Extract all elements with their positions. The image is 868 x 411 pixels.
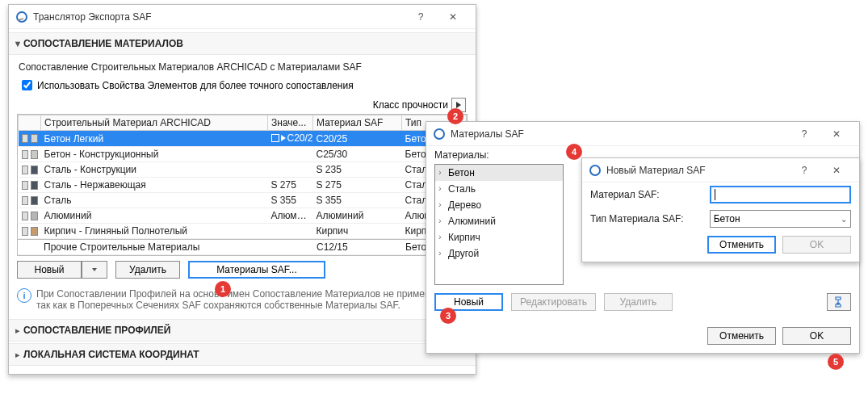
ok-button[interactable]: OK: [782, 327, 851, 345]
list-item[interactable]: ›Кирпич: [435, 229, 563, 245]
app-icon: [15, 10, 28, 23]
saf-material-label: Материал SAF:: [590, 189, 702, 200]
materials-table: Строительный Материал ARCHICAD Значе... …: [18, 115, 467, 239]
table-row[interactable]: Сталь - НержавеющаяS 275S 275Сталь: [19, 178, 467, 193]
close-button[interactable]: ✕: [820, 159, 853, 182]
saf-materials-button[interactable]: Материалы SAF...: [188, 261, 325, 279]
strength-value: С20/25: [268, 131, 313, 147]
text-cursor: [715, 189, 715, 200]
close-button[interactable]: ✕: [437, 6, 469, 28]
section1-label: СОПОСТАВЛЕНИЕ МАТЕРИАЛОВ: [23, 38, 183, 49]
col-saf-material[interactable]: Материал SAF: [313, 115, 402, 131]
material-name: Сталь - Нержавеющая: [41, 178, 268, 193]
cancel-button[interactable]: Отменить: [707, 327, 776, 345]
svg-point-1: [434, 129, 444, 139]
strength-class-label: Класс прочности: [373, 99, 448, 111]
strength-value: Алюминий: [268, 208, 313, 224]
table-row[interactable]: Бетон ЛегкийС20/25С20/25Бетон: [19, 131, 467, 147]
table-row[interactable]: Бетон - КонструкционныйC25/30Бетон: [19, 147, 467, 162]
list-item[interactable]: ›Бетон: [435, 165, 563, 181]
saf-material-input[interactable]: [710, 186, 851, 203]
ok-button[interactable]: OK: [782, 236, 851, 254]
col-ac-material[interactable]: Строительный Материал ARCHICAD: [41, 115, 268, 131]
caret-down-icon: [92, 268, 97, 271]
dialog3-titlebar: Новый Материал SAF ? ✕: [582, 158, 859, 182]
app-icon: [589, 164, 602, 177]
list-item[interactable]: ›Другой: [435, 245, 563, 262]
saf-material: Кирпич: [313, 224, 402, 239]
swatch-cell: [19, 208, 41, 224]
saf-material: C25/30: [313, 147, 402, 162]
other-materials-row[interactable]: Прочие Строительные Материалы C12/15 Бет…: [18, 240, 467, 255]
delete-material-button[interactable]: Удалить: [604, 293, 673, 311]
help-button[interactable]: ?: [788, 123, 820, 145]
section-local-coord[interactable]: ▸ ЛОКАЛЬНАЯ СИСТЕМА КООРДИНАТ: [9, 343, 476, 366]
swatch-cell: [19, 131, 41, 147]
strength-value: S 275: [268, 178, 313, 193]
section1-description: Сопоставление Строительных Материалов AR…: [19, 61, 468, 73]
svg-point-2: [590, 166, 600, 175]
collapse-arrow-icon: ▼: [12, 39, 23, 48]
material-name: Кирпич - Глиняный Полнотелый: [41, 224, 268, 239]
info-text: При Сопоставлении Профилей на основе име…: [36, 288, 468, 311]
other-label: Прочие Строительные Материалы: [40, 240, 268, 255]
use-element-properties-checkbox[interactable]: [22, 80, 32, 90]
callout-badge-5: 5: [828, 354, 844, 370]
new-button[interactable]: Новый: [17, 261, 82, 279]
swatch-cell: [19, 224, 41, 239]
saf-material-type-combo[interactable]: Бетон ⌄: [710, 210, 851, 228]
list-item[interactable]: ›Дерево: [435, 197, 563, 213]
table-row[interactable]: СтальS 355S 355Сталь: [19, 193, 467, 208]
chevron-down-icon: ⌄: [841, 215, 847, 224]
swatch-cell: [19, 162, 41, 178]
swatch-cell: [19, 178, 41, 193]
arrow-right-icon: [456, 102, 461, 108]
material-name: Бетон Легкий: [41, 131, 268, 147]
section-material-mapping[interactable]: ▼ СОПОСТАВЛЕНИЕ МАТЕРИАЛОВ: [9, 32, 476, 55]
material-name: Алюминий: [41, 208, 268, 224]
help-button[interactable]: ?: [405, 6, 437, 28]
swatch-cell: [19, 193, 41, 208]
saf-material-type-label: Тип Материала SAF:: [590, 213, 702, 224]
expand-arrow-icon: ▸: [12, 325, 23, 336]
dialog1-titlebar: Транслятор Экспорта SAF ? ✕: [9, 5, 476, 29]
dialog1-title: Транслятор Экспорта SAF: [33, 11, 405, 23]
strength-value: [268, 147, 313, 162]
material-name: Сталь: [41, 193, 268, 208]
swatch-cell: [19, 147, 41, 162]
section-profile-mapping[interactable]: ▸ СОПОСТАВЛЕНИЕ ПРОФИЛЕЙ: [9, 319, 476, 342]
callout-badge-4: 4: [566, 144, 582, 160]
saf-material: Алюминий: [313, 208, 402, 224]
close-button[interactable]: ✕: [820, 123, 853, 145]
col-value[interactable]: Значе...: [268, 115, 313, 131]
edit-material-button[interactable]: Редактировать: [511, 293, 596, 311]
list-item[interactable]: ›Сталь: [435, 181, 563, 197]
materials-list-label: Материалы:: [434, 149, 564, 161]
reorder-button[interactable]: [827, 293, 851, 311]
strength-value: S 355: [268, 193, 313, 208]
col-swatch[interactable]: [19, 115, 41, 131]
use-element-properties-label: Использовать Свойства Элементов для боле…: [37, 80, 354, 91]
delete-button[interactable]: Удалить: [115, 261, 180, 279]
list-item[interactable]: ›Алюминий: [435, 213, 563, 229]
materials-list[interactable]: ›Бетон›Сталь›Дерево›Алюминий›Кирпич›Друг…: [434, 164, 564, 285]
new-split-button[interactable]: [82, 261, 107, 279]
cancel-button[interactable]: Отменить: [707, 236, 776, 254]
material-name: Сталь - Конструкции: [41, 162, 268, 178]
dialog2-title: Материалы SAF: [451, 128, 788, 140]
table-row[interactable]: АлюминийАлюминийАлюминийАлюминий: [19, 208, 467, 224]
material-name: Бетон - Конструкционный: [41, 147, 268, 162]
table-row[interactable]: Кирпич - Глиняный ПолнотелыйКирпичКирпич: [19, 224, 467, 239]
section3-label: ЛОКАЛЬНАЯ СИСТЕМА КООРДИНАТ: [23, 349, 199, 360]
help-button[interactable]: ?: [788, 159, 820, 182]
expand-arrow-icon: ▸: [12, 350, 23, 360]
strength-value: [268, 162, 313, 178]
table-row[interactable]: Сталь - КонструкцииS 235Сталь: [19, 162, 467, 178]
app-icon: [433, 128, 446, 140]
dialog2-titlebar: Материалы SAF ? ✕: [426, 122, 859, 146]
info-icon: i: [17, 288, 31, 303]
saf-material: С20/25: [313, 131, 402, 147]
combo-value: Бетон: [714, 213, 740, 224]
callout-badge-1: 1: [215, 281, 231, 297]
callout-badge-2: 2: [447, 108, 463, 124]
